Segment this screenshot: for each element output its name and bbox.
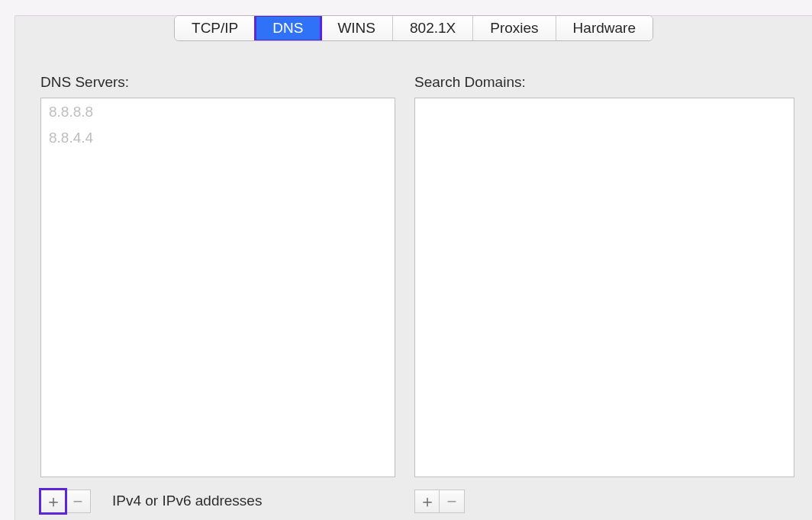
network-tabbar: TCP/IP DNS WINS 802.1X Proxies Hardware bbox=[174, 15, 653, 41]
search-domains-buttons: ＋ − bbox=[414, 490, 465, 513]
dns-servers-buttons: ＋ − bbox=[40, 490, 91, 513]
network-dns-panel: TCP/IP DNS WINS 802.1X Proxies Hardware … bbox=[14, 15, 812, 520]
dns-server-entry[interactable]: 8.8.8.8 bbox=[41, 98, 395, 124]
dns-servers-label: DNS Servers: bbox=[40, 74, 129, 91]
dns-server-entry[interactable]: 8.8.4.4 bbox=[41, 124, 395, 150]
tab-hardware[interactable]: Hardware bbox=[556, 16, 652, 40]
tab-8021x[interactable]: 802.1X bbox=[393, 16, 473, 40]
search-domains-list[interactable] bbox=[414, 98, 794, 477]
dns-servers-list[interactable]: 8.8.8.88.8.4.4 bbox=[40, 98, 395, 477]
tab-tcpip[interactable]: TCP/IP bbox=[175, 16, 256, 40]
dns-add-button[interactable]: ＋ bbox=[40, 490, 66, 513]
tab-dns[interactable]: DNS bbox=[256, 16, 321, 40]
tab-wins[interactable]: WINS bbox=[321, 16, 393, 40]
dns-remove-button[interactable]: − bbox=[66, 490, 91, 513]
search-domains-remove-button[interactable]: − bbox=[440, 490, 465, 513]
tab-proxies[interactable]: Proxies bbox=[473, 16, 556, 40]
search-domains-label: Search Domains: bbox=[414, 74, 526, 91]
dns-hint: IPv4 or IPv6 addresses bbox=[112, 493, 262, 509]
search-domains-add-button[interactable]: ＋ bbox=[414, 490, 440, 513]
